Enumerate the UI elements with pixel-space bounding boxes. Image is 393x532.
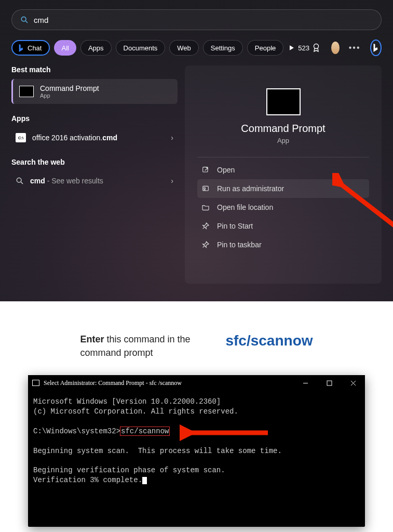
action-open-location[interactable]: Open file location xyxy=(197,198,369,217)
apps-item-label: office 2016 activation.cmd xyxy=(32,134,117,142)
chip-settings[interactable]: Settings xyxy=(203,40,243,56)
action-pin-start[interactable]: Pin to Start xyxy=(197,217,369,235)
svg-rect-5 xyxy=(203,167,208,172)
search-input[interactable] xyxy=(34,16,373,24)
search-icon xyxy=(16,177,24,185)
chevron-right-icon: › xyxy=(171,177,173,185)
svg-line-4 xyxy=(21,182,23,184)
action-pintaskbar-label: Pin to taskbar xyxy=(217,241,262,249)
action-run-as-admin[interactable]: Run as administrator xyxy=(197,179,369,198)
results-preview: Command Prompt App Open Run as administr… xyxy=(185,65,382,284)
terminal-output[interactable]: Microsoft Windows [Version 10.0.22000.23… xyxy=(28,391,365,527)
action-open[interactable]: Open xyxy=(197,161,369,179)
medal-icon xyxy=(313,43,320,52)
bestmatch-item[interactable]: Command Prompt App xyxy=(11,79,178,104)
cmd-window: Select Administrator: Command Prompt - s… xyxy=(28,375,365,527)
svg-point-2 xyxy=(314,44,318,49)
bing-chat-icon xyxy=(18,44,24,52)
cmd-icon xyxy=(19,86,34,97)
search-icon xyxy=(20,16,29,24)
instruction-command: sfc/scannow xyxy=(225,332,313,349)
preview-sub: App xyxy=(197,137,369,144)
more-menu[interactable]: ••• xyxy=(349,43,361,52)
svg-point-0 xyxy=(21,17,26,21)
divider xyxy=(197,157,369,157)
web-item-label: cmd - See web results xyxy=(30,177,103,185)
apps-heading: Apps xyxy=(11,114,178,123)
bing-b-icon xyxy=(372,43,379,52)
chip-all[interactable]: All xyxy=(54,40,76,56)
chip-people-label: People xyxy=(255,44,276,52)
pin-icon xyxy=(201,241,210,249)
svg-point-7 xyxy=(204,188,205,189)
rewards-points[interactable]: 523 xyxy=(298,43,320,52)
points-value: 523 xyxy=(298,44,309,52)
action-openloc-label: Open file location xyxy=(217,203,273,211)
filter-chips-row: Chat All Apps Documents Web Settings Peo… xyxy=(0,30,393,56)
results-left: Best match Command Prompt App Apps C:\ o… xyxy=(11,65,178,284)
chip-chat-label: Chat xyxy=(28,44,42,52)
results-row: Best match Command Prompt App Apps C:\ o… xyxy=(0,56,393,284)
chip-documents[interactable]: Documents xyxy=(116,40,166,56)
play-icon[interactable] xyxy=(290,44,294,51)
terminal-cursor xyxy=(142,477,147,484)
chevron-right-icon: › xyxy=(171,134,173,142)
bestmatch-heading: Best match xyxy=(11,65,178,74)
typed-command: sfc/scannow xyxy=(120,427,169,435)
svg-point-3 xyxy=(17,178,21,182)
close-button[interactable] xyxy=(341,375,365,391)
chip-chat[interactable]: Chat xyxy=(11,40,50,56)
shield-icon xyxy=(201,184,210,193)
windows-search-panel: Chat All Apps Documents Web Settings Peo… xyxy=(0,0,393,301)
chip-people[interactable]: People xyxy=(247,40,283,56)
preview-app-icon xyxy=(266,88,301,115)
minimize-button[interactable] xyxy=(293,375,317,391)
user-avatar[interactable] xyxy=(331,42,340,54)
action-pin-taskbar[interactable]: Pin to taskbar xyxy=(197,235,369,254)
titlebar[interactable]: Select Administrator: Command Prompt - s… xyxy=(28,375,365,391)
chip-settings-label: Settings xyxy=(211,44,235,52)
action-open-label: Open xyxy=(217,166,235,174)
web-item[interactable]: cmd - See web results › xyxy=(11,171,178,190)
instruction-row: Enter this command in the command prompt… xyxy=(0,301,393,375)
preview-title: Command Prompt xyxy=(197,123,369,135)
maximize-button[interactable] xyxy=(317,375,341,391)
apps-item[interactable]: C:\ office 2016 activation.cmd › xyxy=(11,128,178,148)
chip-web[interactable]: Web xyxy=(169,40,199,56)
chip-web-label: Web xyxy=(177,44,191,52)
open-icon xyxy=(201,166,210,174)
action-pinstart-label: Pin to Start xyxy=(217,222,253,230)
bing-button[interactable] xyxy=(370,39,382,56)
search-box[interactable] xyxy=(11,9,382,30)
searchweb-heading: Search the web xyxy=(11,158,178,166)
bestmatch-sub: App xyxy=(40,92,99,99)
window-title: Select Administrator: Command Prompt - s… xyxy=(44,379,182,387)
bestmatch-label: Command Prompt xyxy=(40,84,99,92)
instruction-text: Enter this command in the command prompt xyxy=(80,332,194,360)
cmd-titlebar-icon xyxy=(32,380,39,386)
folder-icon xyxy=(201,203,210,211)
file-icon: C:\ xyxy=(16,133,26,142)
svg-line-1 xyxy=(25,21,28,23)
svg-rect-9 xyxy=(327,381,332,385)
chip-all-label: All xyxy=(61,44,69,52)
action-runas-label: Run as administrator xyxy=(217,184,284,193)
chip-apps[interactable]: Apps xyxy=(80,40,112,56)
chip-apps-label: Apps xyxy=(88,44,104,52)
chip-documents-label: Documents xyxy=(124,44,158,52)
pin-icon xyxy=(201,222,210,230)
